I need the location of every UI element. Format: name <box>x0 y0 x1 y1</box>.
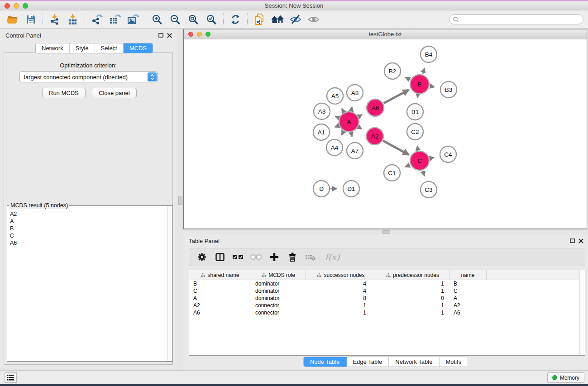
table-row-a6[interactable]: A6connector11A6 <box>189 309 585 316</box>
show-selected-icon[interactable] <box>305 12 323 27</box>
cell-shared-name[interactable]: A2 <box>189 302 251 309</box>
table-row-c[interactable]: Cdominator41C <box>189 287 585 295</box>
deselect-all-checks-icon[interactable] <box>248 249 264 265</box>
column-header-shared-name[interactable]: shared name <box>189 270 251 280</box>
memory-button[interactable]: Memory <box>547 372 584 383</box>
edge-B-B1[interactable] <box>417 95 418 98</box>
select-all-checks-icon[interactable] <box>230 249 246 265</box>
cell-successor-nodes[interactable]: 8 <box>306 295 376 302</box>
node-D[interactable]: D <box>313 181 330 197</box>
network-maximize-button[interactable] <box>206 32 210 37</box>
result-scrollbar[interactable] <box>167 206 172 361</box>
edge-A6-B[interactable] <box>384 90 409 104</box>
network-minimize-button[interactable] <box>197 32 202 37</box>
network-close-button[interactable] <box>188 32 193 37</box>
result-item-a6[interactable]: A6 <box>8 239 167 247</box>
node-D1[interactable]: D1 <box>343 181 359 197</box>
column-header-predecessor-nodes[interactable]: predecessor nodes <box>376 270 449 280</box>
minimize-window-button[interactable] <box>14 3 19 9</box>
cell-predecessor-nodes[interactable]: 1 <box>376 287 449 295</box>
tab-network[interactable]: Network <box>36 43 70 53</box>
cell-predecessor-nodes[interactable]: 1 <box>376 302 449 309</box>
edge-A-A6[interactable] <box>359 115 362 117</box>
close-panel-icon[interactable] <box>167 33 172 38</box>
cell-name[interactable]: A6 <box>449 309 487 316</box>
vertical-splitter-handle[interactable] <box>178 196 182 205</box>
cell-shared-name[interactable]: B <box>189 280 251 287</box>
table-scrollbar[interactable] <box>579 270 585 355</box>
node-B2[interactable]: B2 <box>384 63 401 79</box>
table-row-a[interactable]: Adominator80A <box>189 295 585 302</box>
export-network-icon[interactable] <box>88 12 106 27</box>
column-header-mcds-role[interactable]: MCDS role <box>251 270 306 280</box>
cell-mcds-role[interactable]: connector <box>251 302 306 309</box>
edge-C-C3[interactable] <box>423 171 425 176</box>
tab-network-table[interactable]: Network Table <box>389 357 439 367</box>
column-header-successor-nodes[interactable]: successor nodes <box>306 270 376 280</box>
settings-gear-icon[interactable] <box>194 249 210 265</box>
cell-mcds-role[interactable]: dominator <box>251 280 306 287</box>
criterion-dropdown[interactable]: largest connected component (directed) <box>19 71 158 82</box>
cell-successor-nodes[interactable]: 1 <box>306 309 376 316</box>
close-panel-icon[interactable] <box>578 238 583 243</box>
edge-A-A4[interactable] <box>342 131 344 135</box>
maximize-window-button[interactable] <box>23 3 28 9</box>
edge-A-A3[interactable] <box>335 116 339 118</box>
node-A1[interactable]: A1 <box>313 124 330 140</box>
cell-name[interactable]: A <box>449 295 487 302</box>
table-row-b[interactable]: Bdominator41B <box>189 280 585 287</box>
network-window-titlebar[interactable]: testGlobe.txt <box>184 29 587 39</box>
hide-selected-icon[interactable] <box>287 12 305 27</box>
node-C4[interactable]: C4 <box>440 146 456 162</box>
edge-A2-C[interactable] <box>383 141 409 155</box>
node-A6[interactable]: A6 <box>367 99 384 116</box>
result-item-a[interactable]: A <box>8 218 167 225</box>
cell-successor-nodes[interactable]: 4 <box>306 280 376 287</box>
cell-predecessor-nodes[interactable]: 0 <box>376 295 449 302</box>
edge-A-A1[interactable] <box>335 125 339 127</box>
run-mcds-button[interactable]: Run MCDS <box>42 88 86 98</box>
add-column-icon[interactable] <box>266 249 282 265</box>
table-row-a2[interactable]: A2connector11A2 <box>189 302 585 309</box>
cell-successor-nodes[interactable]: 1 <box>306 302 376 309</box>
edge-C-C2[interactable] <box>417 146 418 151</box>
tab-node-table[interactable]: Node Table <box>304 357 347 367</box>
node-table[interactable]: shared nameMCDS rolesuccessor nodesprede… <box>189 270 585 356</box>
cell-mcds-role[interactable]: connector <box>251 309 306 316</box>
zoom-in-icon[interactable] <box>148 12 166 27</box>
edge-A-A5[interactable] <box>342 109 344 112</box>
search-input[interactable] <box>461 16 583 23</box>
edge-C-C4[interactable] <box>430 157 434 158</box>
node-B4[interactable]: B4 <box>421 46 437 62</box>
cell-successor-nodes[interactable]: 4 <box>306 287 376 295</box>
float-panel-icon[interactable] <box>158 33 163 38</box>
close-window-button[interactable] <box>5 3 10 9</box>
cell-mcds-role[interactable]: dominator <box>251 287 306 295</box>
node-B3[interactable]: B3 <box>440 81 457 98</box>
home-icon[interactable] <box>268 12 287 27</box>
node-C1[interactable]: C1 <box>384 165 400 181</box>
horizontal-splitter-handle[interactable] <box>382 230 390 234</box>
tab-edge-table[interactable]: Edge Table <box>346 357 389 367</box>
export-table-icon[interactable] <box>106 12 124 27</box>
cell-shared-name[interactable]: A6 <box>189 309 251 316</box>
result-item-c[interactable]: C <box>8 232 167 239</box>
zoom-fit-icon[interactable] <box>184 12 202 27</box>
cell-shared-name[interactable]: C <box>189 287 251 295</box>
refresh-icon[interactable] <box>226 12 244 27</box>
cell-mcds-role[interactable]: dominator <box>251 295 306 302</box>
node-A7[interactable]: A7 <box>347 143 363 159</box>
edge-B-B4[interactable] <box>423 68 425 74</box>
edge-B-B2[interactable] <box>406 77 410 80</box>
cell-name[interactable]: B <box>449 280 487 287</box>
split-columns-icon[interactable] <box>212 249 228 265</box>
node-B[interactable]: B <box>410 75 429 94</box>
node-A4[interactable]: A4 <box>326 139 343 156</box>
node-C[interactable]: C <box>410 151 429 170</box>
tab-select[interactable]: Select <box>95 43 124 53</box>
edge-A-A2[interactable] <box>359 127 362 129</box>
cell-name[interactable]: A2 <box>449 302 487 309</box>
edge-A-A7[interactable] <box>351 133 352 137</box>
tab-mcds[interactable]: MCDS <box>124 43 153 53</box>
cell-shared-name[interactable]: A <box>189 295 251 302</box>
